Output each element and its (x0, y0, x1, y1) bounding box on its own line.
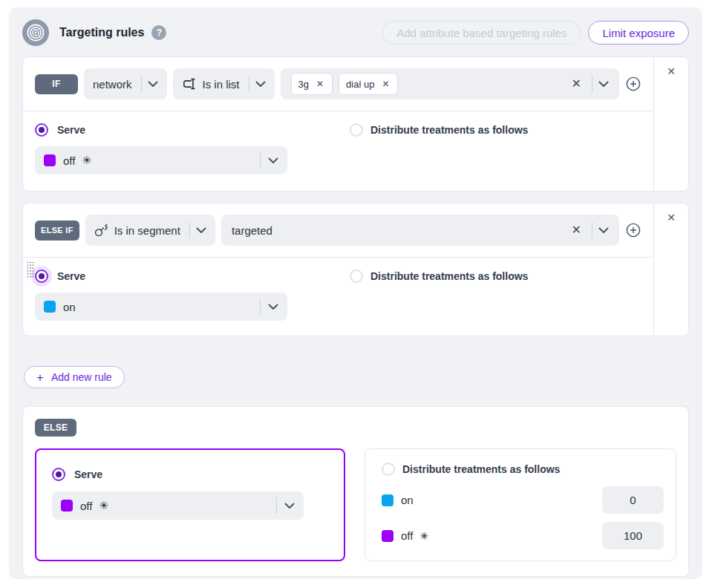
chevron-down-icon[interactable] (268, 304, 278, 310)
default-rule-row: Serve off ✳ Distribute treatments as fol… (35, 448, 676, 561)
segment-select-value: targeted (232, 224, 272, 237)
condition-row: IF network Is in list (23, 57, 653, 111)
treatment-select-value: off (63, 154, 75, 167)
rule-close-column: ✕ (653, 203, 688, 336)
distribute-radio[interactable] (382, 463, 395, 476)
treatment-color-swatch (382, 494, 393, 506)
treatment-select[interactable]: off ✳ (52, 491, 304, 520)
values-multiselect[interactable]: 3g ✕ dial up ✕ ✕ (281, 68, 619, 99)
remove-value-icon[interactable]: ✕ (380, 79, 391, 88)
treatment-select[interactable]: on (35, 293, 287, 321)
else-if-badge: ELSE IF (35, 220, 79, 241)
if-badge: IF (35, 74, 78, 94)
distribute-option: Distribute treatments as follows (382, 463, 664, 476)
targeting-rules-page: { "header": { "title": "Targeting rules"… (0, 0, 712, 588)
target-icon (22, 19, 49, 46)
page-title: Targeting rules (59, 26, 144, 39)
select-divider (592, 222, 592, 238)
condition-row: ELSE IF Is in segment targeted ✕ (23, 203, 653, 258)
targeting-rules-panel: Targeting rules ? Add attribute based ta… (9, 7, 702, 579)
serve-panel-selected[interactable]: Serve off ✳ (35, 448, 345, 561)
distribute-label: Distribute treatments as follows (370, 124, 528, 136)
serve-option: Serve (35, 123, 641, 137)
serve-option: Serve (35, 270, 641, 283)
chevron-down-icon[interactable] (196, 227, 206, 234)
value-chip: 3g ✕ (291, 73, 333, 95)
serve-label: Serve (57, 124, 85, 136)
select-divider (260, 298, 261, 315)
serve-section: Serve Distribute treatments as follows o… (23, 258, 653, 333)
distribute-label: Distribute treatments as follows (402, 463, 560, 475)
treatment-color-swatch (44, 154, 56, 166)
select-divider (260, 152, 261, 169)
help-icon[interactable]: ? (151, 25, 166, 40)
attribute-select[interactable]: network (84, 68, 167, 99)
clear-segment-icon[interactable]: ✕ (570, 224, 583, 236)
text-input-icon (182, 77, 197, 91)
plus-icon: + (36, 371, 44, 384)
serve-radio[interactable] (52, 468, 65, 481)
treatment-select[interactable]: off ✳ (35, 146, 287, 174)
matcher-select[interactable]: Is in list (173, 68, 275, 99)
treatment-select-value: off (80, 500, 92, 512)
default-treatment-icon: ✳ (82, 154, 91, 167)
allocation-row: off ✳ 100 (382, 522, 664, 549)
add-attribute-rules-button[interactable]: Add attribute based targeting rules (382, 21, 581, 45)
select-divider (141, 76, 142, 92)
default-treatment-icon: ✳ (419, 530, 428, 542)
value-chip-label: 3g (298, 79, 309, 90)
distribute-option: Distribute treatments as follows (350, 123, 528, 137)
chevron-down-icon[interactable] (284, 503, 295, 509)
remove-rule-icon[interactable]: ✕ (667, 66, 676, 76)
select-divider (592, 76, 592, 92)
distribute-radio[interactable] (350, 270, 363, 283)
value-chip: dial up ✕ (339, 73, 398, 95)
else-badge: ELSE (35, 419, 76, 437)
add-condition-icon[interactable] (625, 76, 641, 92)
matcher-select-value: Is in list (203, 78, 240, 91)
remove-value-icon[interactable]: ✕ (315, 79, 325, 88)
distribute-option: Distribute treatments as follows (350, 270, 528, 283)
serve-label: Serve (74, 468, 102, 480)
add-new-rule-label: Add new rule (51, 371, 112, 383)
allocation-treatment-name: off (401, 529, 413, 542)
rule-close-column: ✕ (653, 57, 688, 191)
key-icon (94, 223, 108, 238)
serve-radio[interactable] (35, 123, 48, 137)
default-rule-card: ELSE Serve off ✳ (22, 406, 689, 577)
treatment-color-swatch (61, 500, 73, 512)
treatment-color-swatch (382, 530, 393, 542)
distribute-radio[interactable] (350, 123, 363, 137)
chevron-down-icon[interactable] (598, 81, 609, 88)
add-condition-icon[interactable] (625, 222, 641, 238)
value-chip-label: dial up (346, 79, 374, 90)
rule-card-else-if: ✕ ELSE IF Is in segment (22, 203, 689, 336)
add-new-rule-button[interactable]: + Add new rule (24, 366, 125, 388)
panel-header: Targeting rules ? Add attribute based ta… (22, 19, 689, 46)
treatment-select-value: on (63, 301, 76, 313)
limit-exposure-button[interactable]: Limit exposure (588, 21, 689, 45)
matcher-select[interactable]: Is in segment (85, 215, 215, 246)
allocation-percent-input[interactable]: 100 (602, 522, 664, 549)
serve-radio[interactable] (35, 270, 48, 283)
serve-label: Serve (57, 270, 85, 282)
chevron-down-icon[interactable] (598, 227, 609, 234)
remove-rule-icon[interactable]: ✕ (667, 212, 676, 223)
matcher-select-value: Is in segment (114, 224, 180, 237)
default-treatment-icon: ✳ (99, 499, 108, 512)
allocation-percent-input[interactable]: 0 (602, 486, 664, 514)
select-divider (249, 76, 249, 92)
serve-section: Serve Distribute treatments as follows o… (23, 111, 653, 186)
allocation-row: on 0 (382, 486, 664, 514)
segment-select[interactable]: targeted ✕ (221, 215, 619, 246)
serve-option: Serve (52, 468, 332, 481)
chevron-down-icon[interactable] (268, 157, 278, 164)
distribute-label: Distribute treatments as follows (370, 270, 528, 282)
distribute-panel[interactable]: Distribute treatments as follows on 0 of… (365, 448, 676, 561)
chevron-down-icon[interactable] (255, 81, 266, 88)
select-divider (276, 497, 277, 514)
attribute-select-value: network (93, 78, 132, 91)
clear-values-icon[interactable]: ✕ (570, 78, 583, 90)
rule-card-if: ✕ IF network Is in list (22, 56, 689, 192)
chevron-down-icon[interactable] (148, 81, 158, 88)
